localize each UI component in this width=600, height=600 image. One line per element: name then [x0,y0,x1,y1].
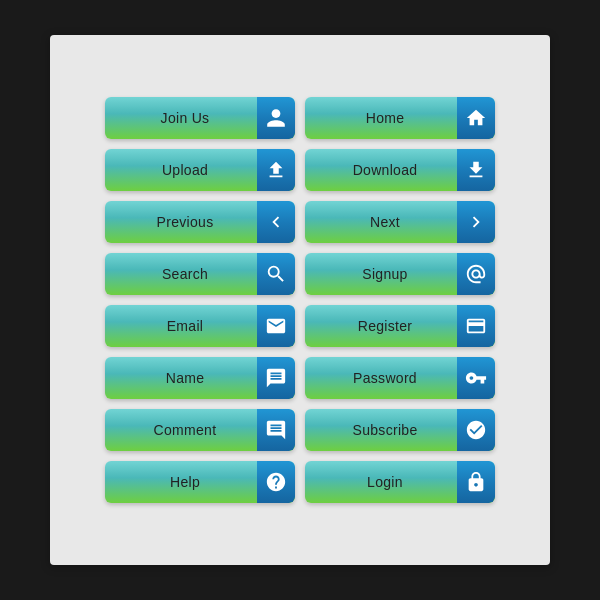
main-card: Join Us Home Upload Download Previous Ne… [50,35,550,565]
email-button[interactable]: Email [105,305,295,347]
help-icon [257,461,295,503]
join-us-button[interactable]: Join Us [105,97,295,139]
login-button[interactable]: Login [305,461,495,503]
password-button[interactable]: Password [305,357,495,399]
button-label: Join Us [105,110,257,126]
button-label: Subscribe [305,422,457,438]
next-button[interactable]: Next [305,201,495,243]
comment-button[interactable]: Comment [105,409,295,451]
download-button[interactable]: Download [305,149,495,191]
button-label: Search [105,266,257,282]
previous-button[interactable]: Previous [105,201,295,243]
search-icon [257,253,295,295]
home-button[interactable]: Home [305,97,495,139]
button-grid: Join Us Home Upload Download Previous Ne… [85,77,515,523]
signup-button[interactable]: Signup [305,253,495,295]
button-label: Comment [105,422,257,438]
name-icon [257,357,295,399]
button-label: Register [305,318,457,334]
button-label: Name [105,370,257,386]
button-label: Email [105,318,257,334]
button-label: Upload [105,162,257,178]
subscribe-icon [457,409,495,451]
button-label: Password [305,370,457,386]
comment-icon [257,409,295,451]
register-icon [457,305,495,347]
home-icon [457,97,495,139]
user-icon [257,97,295,139]
arrow-right-icon [457,201,495,243]
upload-button[interactable]: Upload [105,149,295,191]
key-icon [457,357,495,399]
upload-icon [257,149,295,191]
button-label: Signup [305,266,457,282]
button-label: Next [305,214,457,230]
name-button[interactable]: Name [105,357,295,399]
button-label: Previous [105,214,257,230]
search-button[interactable]: Search [105,253,295,295]
button-label: Help [105,474,257,490]
help-button[interactable]: Help [105,461,295,503]
email-icon [257,305,295,347]
button-label: Home [305,110,457,126]
at-icon [457,253,495,295]
register-button[interactable]: Register [305,305,495,347]
download-icon [457,149,495,191]
button-label: Login [305,474,457,490]
button-label: Download [305,162,457,178]
lock-icon [457,461,495,503]
arrow-left-icon [257,201,295,243]
subscribe-button[interactable]: Subscribe [305,409,495,451]
